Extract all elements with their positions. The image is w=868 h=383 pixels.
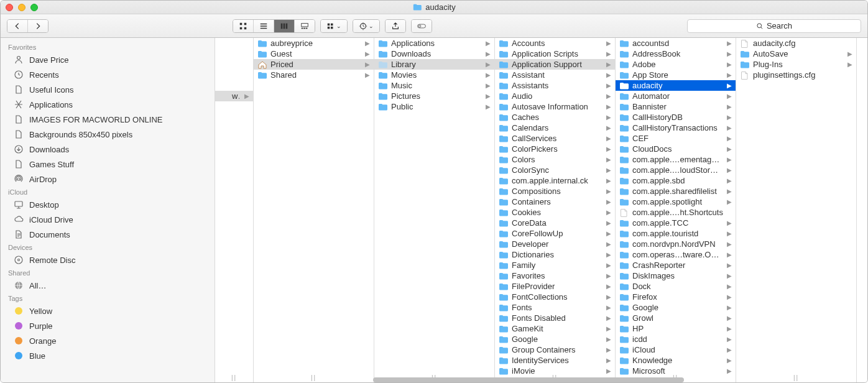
list-item[interactable]: Guest▶	[254, 48, 374, 59]
list-item[interactable]: Firefox▶	[616, 292, 736, 302]
sidebar-item[interactable]: Dave Price	[1, 52, 215, 67]
list-item[interactable]: Application Scripts▶	[495, 48, 615, 59]
list-item[interactable]: ColorPickers▶	[495, 144, 615, 154]
column-browser[interactable]: ware▶||aubreyprice▶Guest▶Priced▶Shared▶|…	[215, 38, 867, 382]
column[interactable]: Accounts▶Application Scripts▶Application…	[495, 38, 616, 382]
list-item[interactable]: Priced▶	[254, 59, 374, 70]
list-item[interactable]: Accounts▶	[495, 38, 615, 48]
sidebar-item[interactable]: Useful Icons	[1, 82, 215, 97]
zoom-button[interactable]	[30, 4, 38, 11]
list-item[interactable]: CloudDocs▶	[616, 144, 736, 154]
list-item[interactable]: ware▶	[215, 91, 253, 101]
sidebar-item[interactable]: Downloads	[1, 142, 215, 157]
list-item[interactable]: Plug-Ins▶	[736, 59, 856, 70]
list-item[interactable]: Compositions▶	[495, 186, 615, 196]
list-view-button[interactable]	[254, 20, 274, 32]
list-item[interactable]: iCloud▶	[616, 344, 736, 355]
list-item[interactable]: icdd▶	[616, 334, 736, 344]
gallery-view-button[interactable]	[295, 20, 315, 32]
column[interactable]: accountsd▶AddressBook▶Adobe▶App Store▶au…	[616, 38, 736, 382]
list-item[interactable]: Applications▶	[374, 38, 494, 48]
close-button[interactable]	[6, 4, 13, 11]
sidebar-item[interactable]: Purple	[1, 318, 215, 333]
group-dropdown[interactable]: ⌄	[320, 19, 348, 33]
sidebar-item[interactable]: Backgrounds 850x450 pixels	[1, 127, 215, 142]
list-item[interactable]: Movies▶	[374, 70, 494, 80]
list-item[interactable]: com.apple.spotlight▶	[616, 196, 736, 207]
list-item[interactable]: Fonts▶	[495, 302, 615, 313]
list-item[interactable]: IdentityServices▶	[495, 355, 615, 366]
forward-button[interactable]	[28, 20, 48, 32]
sidebar-item[interactable]: IMAGES FOR MACWORLD ONLINE	[1, 112, 215, 127]
list-item[interactable]: com.apple.…ht.Shortcuts	[616, 207, 736, 218]
sidebar-item[interactable]: AirDrop	[1, 172, 215, 187]
scroll-thumb[interactable]	[373, 377, 684, 382]
list-item[interactable]: Group Containers▶	[495, 344, 615, 355]
list-item[interactable]: Colors▶	[495, 154, 615, 165]
list-item[interactable]: com.apple.sharedfilelist▶	[616, 186, 736, 196]
list-item[interactable]: com.apple.touristd▶	[616, 228, 736, 239]
column[interactable]: ware▶||	[215, 38, 254, 382]
list-item[interactable]: audacity.cfg	[736, 38, 856, 48]
column[interactable]: audacity.cfgAutoSave▶Plug-Ins▶pluginsett…	[736, 38, 857, 382]
column[interactable]: Applications▶Downloads▶Library▶Movies▶Mu…	[374, 38, 495, 382]
list-item[interactable]: Favorites▶	[495, 270, 615, 281]
share-button[interactable]	[385, 19, 406, 33]
column[interactable]: aubreyprice▶Guest▶Priced▶Shared▶||	[254, 38, 374, 382]
list-item[interactable]: Assistants▶	[495, 80, 615, 91]
list-item[interactable]: com.apple.…loudStorage▶	[616, 165, 736, 175]
list-item[interactable]: com.apple.…ementagent▶	[616, 154, 736, 165]
sidebar-item[interactable]: Orange	[1, 333, 215, 348]
list-item[interactable]: CallServices▶	[495, 133, 615, 144]
icon-view-button[interactable]	[233, 20, 254, 32]
list-item[interactable]: Library▶	[374, 59, 494, 70]
sidebar-item[interactable]: Yellow	[1, 303, 215, 318]
sidebar-item[interactable]: Documents	[1, 227, 215, 242]
list-item[interactable]: Public▶	[374, 101, 494, 112]
minimize-button[interactable]	[18, 4, 25, 11]
list-item[interactable]: DiskImages▶	[616, 270, 736, 281]
list-item[interactable]: CrashReporter▶	[616, 260, 736, 270]
list-item[interactable]: CallHistoryTransactions▶	[616, 122, 736, 133]
list-item[interactable]: Music▶	[374, 80, 494, 91]
list-item[interactable]: Dock▶	[616, 281, 736, 292]
list-item[interactable]: Caches▶	[495, 112, 615, 122]
list-item[interactable]: AutoSave▶	[736, 48, 856, 59]
list-item[interactable]: AddressBook▶	[616, 48, 736, 59]
list-item[interactable]: CallHistoryDB▶	[616, 112, 736, 122]
list-item[interactable]: FileProvider▶	[495, 281, 615, 292]
list-item[interactable]: Application Support▶	[495, 59, 615, 70]
list-item[interactable]: Cookies▶	[495, 207, 615, 218]
list-item[interactable]: Calendars▶	[495, 122, 615, 133]
column-view-button[interactable]	[274, 20, 295, 32]
list-item[interactable]: ColorSync▶	[495, 165, 615, 175]
list-item[interactable]: com.apple.sbd▶	[616, 175, 736, 186]
list-item[interactable]: Adobe▶	[616, 59, 736, 70]
list-item[interactable]: Pictures▶	[374, 91, 494, 101]
list-item[interactable]: Dictionaries▶	[495, 249, 615, 260]
list-item[interactable]: Growl▶	[616, 313, 736, 323]
sidebar-item[interactable]: Desktop	[1, 197, 215, 212]
list-item[interactable]: Google▶	[495, 334, 615, 344]
list-item[interactable]: com.apple.internal.ck▶	[495, 175, 615, 186]
back-button[interactable]	[7, 20, 28, 32]
sidebar-item[interactable]: iCloud Drive	[1, 212, 215, 227]
tags-button[interactable]	[411, 19, 432, 33]
list-item[interactable]: Containers▶	[495, 196, 615, 207]
list-item[interactable]: com.apple.TCC▶	[616, 218, 736, 228]
list-item[interactable]: Knowledge▶	[616, 355, 736, 366]
action-dropdown[interactable]: ⌄	[353, 19, 380, 33]
list-item[interactable]: Autosave Information▶	[495, 101, 615, 112]
sidebar-item[interactable]: Recents	[1, 67, 215, 82]
list-item[interactable]: Automator▶	[616, 91, 736, 101]
list-item[interactable]: CoreFollowUp▶	[495, 228, 615, 239]
list-item[interactable]: CoreData▶	[495, 218, 615, 228]
list-item[interactable]: App Store▶	[616, 70, 736, 80]
sidebar-item[interactable]: Applications	[1, 97, 215, 112]
list-item[interactable]: Fonts Disabled▶	[495, 313, 615, 323]
list-item[interactable]: Family▶	[495, 260, 615, 270]
sidebar-item[interactable]: Remote Disc	[1, 252, 215, 267]
list-item[interactable]: Audio▶	[495, 91, 615, 101]
list-item[interactable]: FontCollections▶	[495, 292, 615, 302]
sidebar-item[interactable]: Blue	[1, 348, 215, 363]
